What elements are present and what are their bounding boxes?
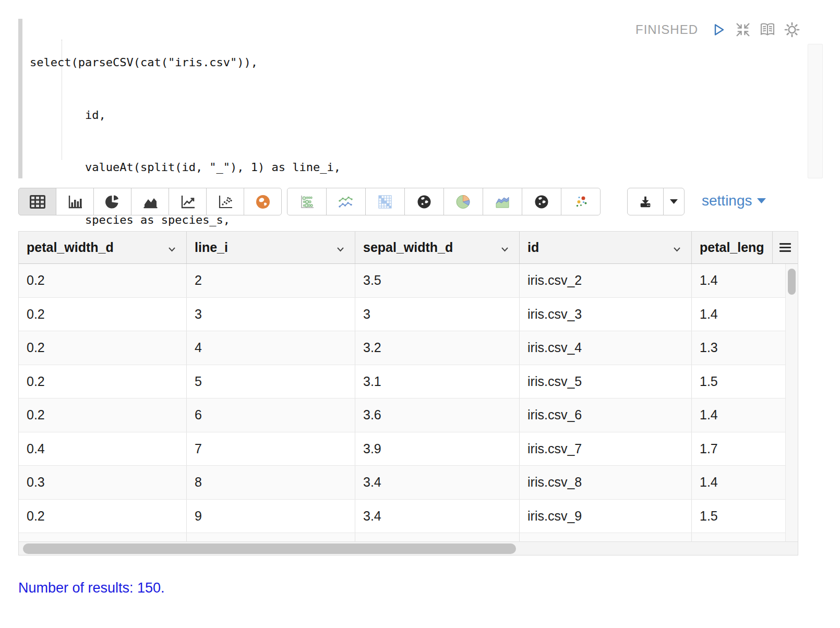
code-line: id, bbox=[30, 106, 341, 124]
bubble-chart-icon bbox=[299, 195, 315, 209]
chart-heatmap-button[interactable] bbox=[365, 188, 405, 215]
area-colored-icon bbox=[494, 195, 511, 209]
cell: 0.4 bbox=[19, 432, 187, 466]
cell: 2 bbox=[187, 264, 355, 297]
cell: 3.4 bbox=[355, 466, 520, 499]
gear-icon bbox=[784, 21, 800, 38]
table-row: 0.293.4iris.csv_91.5 bbox=[19, 500, 786, 534]
vertical-scrollbar-thumb[interactable] bbox=[788, 269, 796, 295]
column-label: id bbox=[527, 240, 539, 255]
vertical-scrollbar[interactable] bbox=[785, 264, 798, 542]
caret-down-icon bbox=[757, 198, 766, 204]
download-icon bbox=[638, 195, 653, 209]
chart-table-button[interactable] bbox=[18, 188, 56, 215]
horizontal-scrollbar-thumb[interactable] bbox=[23, 544, 516, 554]
editor-scrollbar[interactable] bbox=[808, 44, 823, 178]
cell: 3.6 bbox=[355, 398, 520, 432]
cell: iris.csv_6 bbox=[520, 398, 692, 432]
caret-down-icon bbox=[670, 199, 678, 204]
chart-type-group-2 bbox=[287, 188, 601, 215]
download-options-button[interactable] bbox=[663, 188, 685, 215]
column-header-id[interactable]: id bbox=[520, 232, 692, 263]
column-header-petal-length[interactable]: petal_leng bbox=[692, 232, 773, 263]
cell: 1.4 bbox=[692, 466, 786, 499]
cell: 0.3 bbox=[19, 466, 187, 499]
paragraph-settings-button[interactable] bbox=[784, 21, 800, 38]
table-menu-button[interactable] bbox=[773, 232, 798, 263]
scatter-chart-icon bbox=[218, 195, 233, 209]
results-count: Number of results: 150. bbox=[18, 580, 165, 596]
cell: 0.2 bbox=[19, 298, 187, 331]
cell: 1.7 bbox=[692, 432, 786, 466]
table-row: 0.253.1iris.csv_51.5 bbox=[19, 365, 786, 399]
report-view-icon bbox=[759, 21, 776, 38]
horizontal-scrollbar[interactable] bbox=[19, 541, 798, 555]
column-header-sepal-width[interactable]: sepal_width_d bbox=[355, 232, 520, 263]
cell: 0.2 bbox=[19, 365, 187, 398]
run-button[interactable] bbox=[710, 21, 727, 38]
chart-globe-button-1[interactable] bbox=[404, 188, 444, 215]
chart-scatter-button[interactable] bbox=[206, 188, 244, 215]
cell: iris.csv_2 bbox=[520, 264, 692, 297]
cell: 6 bbox=[187, 398, 355, 432]
cell: 3.4 bbox=[355, 500, 520, 533]
chart-globe-button-2[interactable] bbox=[522, 188, 561, 215]
report-view-button[interactable] bbox=[759, 21, 776, 38]
scatter-colored-icon bbox=[572, 194, 589, 210]
table-row: 0.243.2iris.csv_41.3 bbox=[19, 331, 786, 365]
settings-toggle[interactable]: settings bbox=[702, 192, 766, 209]
download-button[interactable] bbox=[627, 188, 664, 215]
cell: 3.2 bbox=[355, 331, 520, 365]
table-row: 0.233iris.csv_31.4 bbox=[19, 298, 786, 332]
cell: iris.csv_5 bbox=[520, 365, 692, 398]
chart-map-button[interactable] bbox=[244, 188, 282, 215]
cell: 1.5 bbox=[692, 500, 786, 533]
chevron-down-icon bbox=[673, 240, 681, 255]
table-row: 0.473.9iris.csv_71.7 bbox=[19, 432, 786, 466]
chart-pie-button[interactable] bbox=[93, 188, 131, 215]
cell: 1.4 bbox=[692, 398, 786, 432]
cell: 1.4 bbox=[692, 298, 786, 331]
cell: 1.4 bbox=[692, 264, 786, 297]
globe-dark-icon bbox=[416, 194, 432, 210]
table-row: 0.383.4iris.csv_81.4 bbox=[19, 466, 786, 500]
column-header-petal-width[interactable]: petal_width_d bbox=[19, 232, 187, 263]
chart-area-button[interactable] bbox=[131, 188, 169, 215]
line-chart-icon bbox=[180, 195, 196, 209]
chart-multi-line-button[interactable] bbox=[326, 188, 366, 215]
table-row: 0.223.5iris.csv_21.4 bbox=[19, 264, 786, 298]
chart-bar-button[interactable] bbox=[56, 188, 94, 215]
cell: iris.csv_9 bbox=[520, 500, 692, 533]
chart-area-colored-button[interactable] bbox=[483, 188, 522, 215]
collapse-button[interactable] bbox=[735, 21, 751, 38]
cell: 5 bbox=[187, 365, 355, 398]
download-split-button bbox=[627, 188, 685, 215]
area-chart-icon bbox=[142, 195, 158, 209]
globe-dark-icon bbox=[534, 194, 549, 210]
hamburger-icon bbox=[779, 243, 791, 252]
cell: 3.9 bbox=[355, 432, 520, 466]
cell: 7 bbox=[187, 432, 355, 466]
cell: 3.5 bbox=[355, 264, 520, 297]
pie-colored-icon bbox=[455, 194, 471, 210]
cell: 0.2 bbox=[19, 331, 187, 365]
cell: 1.5 bbox=[692, 365, 786, 398]
chevron-down-icon bbox=[501, 240, 509, 255]
chart-line-button[interactable] bbox=[169, 188, 207, 215]
chart-scatter-colored-button[interactable] bbox=[561, 188, 601, 215]
paragraph-controls: FINISHED bbox=[635, 21, 800, 39]
chart-bubble-button[interactable] bbox=[287, 188, 327, 215]
multi-line-chart-icon bbox=[338, 195, 354, 209]
cell: 3 bbox=[187, 298, 355, 331]
column-header-line-i[interactable]: line_i bbox=[187, 232, 355, 263]
status-badge: FINISHED bbox=[635, 22, 698, 37]
cell: iris.csv_4 bbox=[520, 331, 692, 365]
table-body: 0.223.5iris.csv_21.4 0.233iris.csv_31.4 … bbox=[19, 264, 798, 541]
run-icon bbox=[711, 22, 726, 38]
chart-pie-colored-button[interactable] bbox=[443, 188, 483, 215]
heatmap-icon bbox=[377, 194, 393, 210]
cell: iris.csv_3 bbox=[520, 298, 692, 331]
cell: 9 bbox=[187, 500, 355, 533]
cell: 3 bbox=[355, 298, 520, 331]
cell: 0.2 bbox=[19, 500, 187, 533]
